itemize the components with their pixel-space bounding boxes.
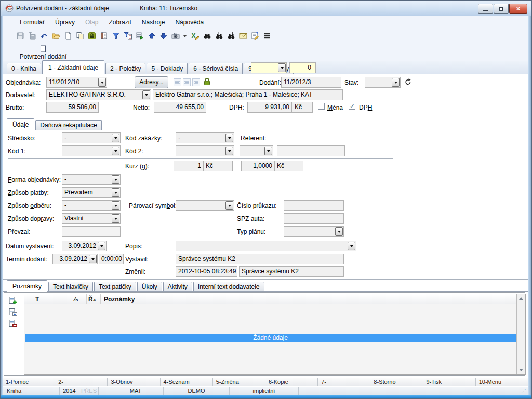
edit-note-icon[interactable] bbox=[251, 32, 259, 40]
find-previous-icon[interactable] bbox=[215, 32, 223, 40]
parovaci-symbol-combo[interactable] bbox=[176, 200, 234, 211]
column-header-fraction[interactable]: ⁄₃ bbox=[71, 294, 87, 304]
refresh-icon[interactable] bbox=[404, 78, 412, 88]
undo-icon[interactable] bbox=[40, 32, 48, 40]
tab-ukoly[interactable]: Úkoly bbox=[137, 282, 162, 291]
popis-combo[interactable] bbox=[176, 241, 356, 251]
excel-export-icon[interactable]: X bbox=[191, 32, 200, 40]
scroll-up-button[interactable] bbox=[517, 294, 525, 302]
fkey-7[interactable]: 7- bbox=[318, 378, 370, 386]
termin-dodani-field[interactable]: 3.09.2012 bbox=[52, 254, 98, 264]
menu-formular[interactable]: Formulář bbox=[15, 18, 49, 27]
column-header-t[interactable]: T bbox=[32, 294, 71, 304]
termin-dodani-dropdown[interactable] bbox=[89, 255, 97, 263]
open-folder-icon[interactable] bbox=[52, 32, 60, 40]
fkey-8[interactable]: 8-Storno bbox=[370, 378, 423, 386]
kod-zakazky-combo[interactable]: - bbox=[176, 132, 234, 143]
restore-button[interactable] bbox=[494, 4, 509, 14]
camera-dropdown-icon[interactable] bbox=[183, 32, 188, 40]
tab-danova-rekapitulace[interactable]: Daňová rekapitulace bbox=[35, 120, 101, 130]
tab-udaje[interactable]: Údaje bbox=[7, 118, 34, 130]
termin-dodani-time-field[interactable]: 0:00:00 bbox=[99, 254, 124, 264]
popis-dropdown[interactable] bbox=[348, 242, 355, 250]
notebook-icon[interactable] bbox=[100, 32, 108, 40]
menu-napoveda[interactable]: Nápověda bbox=[170, 18, 208, 27]
menu-nastroje[interactable]: Nástroje bbox=[137, 18, 170, 27]
tab-polozky[interactable]: 2 - Položky bbox=[105, 63, 145, 74]
find-next-icon[interactable] bbox=[227, 32, 235, 40]
tab-interni-text-dodavatele[interactable]: Interní text dodavatele bbox=[193, 282, 264, 291]
forma-objednavky-combo[interactable]: - bbox=[62, 174, 121, 185]
menu-upravy[interactable]: Úpravy bbox=[50, 18, 79, 27]
adresy-button[interactable]: Adresy... bbox=[135, 76, 168, 88]
referent-dropdown[interactable] bbox=[264, 147, 272, 155]
delete-note-icon[interactable] bbox=[8, 319, 17, 328]
mena-checkbox[interactable] bbox=[318, 103, 325, 110]
kod-zakazky-dropdown[interactable] bbox=[225, 134, 233, 142]
zpusob-platby-dropdown[interactable] bbox=[112, 188, 119, 197]
zpusob-dopravy-dropdown[interactable] bbox=[112, 214, 119, 223]
filter-document-icon[interactable] bbox=[124, 32, 132, 40]
kod2-combo[interactable] bbox=[176, 145, 234, 156]
menu-zobrazit[interactable]: Zobrazit bbox=[104, 18, 136, 27]
fkey-1[interactable]: 1-Pomoc bbox=[3, 378, 55, 386]
zpusob-odberu-combo[interactable]: - bbox=[62, 200, 121, 211]
menu-list-icon[interactable] bbox=[263, 32, 271, 40]
minimize-button[interactable] bbox=[478, 4, 493, 14]
fkey-2[interactable]: 2- bbox=[55, 378, 108, 386]
close-button[interactable]: × bbox=[509, 4, 527, 14]
camera-icon[interactable] bbox=[171, 32, 180, 40]
tab-text-paticky[interactable]: Text patičky bbox=[94, 282, 136, 291]
tab-poznamky[interactable]: Poznámky bbox=[7, 280, 47, 292]
zpusob-odberu-dropdown[interactable] bbox=[112, 201, 119, 210]
resize-grip[interactable]: ⋰ bbox=[521, 388, 526, 394]
datum-vystaveni-field[interactable]: 3.09.2012 bbox=[62, 241, 107, 251]
fkey-3[interactable]: 3-Obnov bbox=[108, 378, 160, 386]
new-document-icon[interactable] bbox=[64, 32, 72, 40]
kod1-dropdown[interactable] bbox=[112, 147, 119, 155]
fkey-5[interactable]: 5-Změna bbox=[213, 378, 265, 386]
send-stack-icon[interactable] bbox=[136, 32, 144, 40]
find-icon[interactable] bbox=[203, 32, 211, 40]
tab-doklady[interactable]: 5 - Doklady bbox=[147, 63, 188, 74]
fkey-6[interactable]: 6-Kopie bbox=[265, 378, 318, 386]
tab-aktivity[interactable]: Aktivity bbox=[163, 282, 192, 291]
notes-scrollbar[interactable] bbox=[516, 294, 525, 374]
dodavatel-combo[interactable]: ELEKTRO GATNAR S.R.O. bbox=[46, 89, 151, 100]
kurz-value-field[interactable]: 1 bbox=[174, 161, 204, 171]
datum-vystaveni-dropdown[interactable] bbox=[98, 242, 105, 250]
fkey-4[interactable]: 4-Seznam bbox=[161, 378, 213, 386]
move-down-icon[interactable] bbox=[159, 32, 168, 40]
currency-field[interactable]: Kč bbox=[292, 102, 313, 113]
tab-seriova-cisla[interactable]: 6 - Sériová čísla bbox=[189, 63, 243, 74]
fkey-9[interactable]: 9-Tisk bbox=[423, 378, 476, 386]
parovaci-symbol-dropdown[interactable] bbox=[225, 201, 233, 210]
tab-filter-combo-dropdown[interactable] bbox=[278, 63, 286, 72]
scroll-down-button[interactable] bbox=[517, 366, 525, 374]
spz-auta-field[interactable] bbox=[284, 213, 344, 224]
dph-checkbox[interactable] bbox=[349, 103, 355, 110]
move-up-icon[interactable] bbox=[148, 32, 156, 40]
column-header-blank[interactable] bbox=[24, 294, 32, 304]
objednavka-dropdown[interactable] bbox=[98, 78, 106, 87]
stredisko-combo[interactable]: - bbox=[62, 132, 121, 143]
netto-field[interactable]: 49 655,00 bbox=[154, 102, 206, 113]
dodavatel-dropdown[interactable] bbox=[142, 90, 150, 99]
stredisko-dropdown[interactable] bbox=[112, 134, 119, 142]
insert-note-icon[interactable] bbox=[8, 308, 17, 316]
stav-dropdown[interactable] bbox=[392, 78, 400, 87]
copy-icon[interactable] bbox=[76, 32, 84, 40]
stav-combo[interactable] bbox=[365, 77, 401, 88]
dodani-field[interactable]: 11/2012/3 bbox=[281, 77, 341, 88]
mail-icon[interactable] bbox=[239, 32, 247, 40]
typ-planu-dropdown[interactable] bbox=[335, 227, 343, 236]
column-header-r4[interactable]: Ř₄ bbox=[87, 294, 101, 304]
zpusob-dopravy-combo[interactable]: Vlastní bbox=[62, 213, 121, 224]
cislo-prukazu-field[interactable] bbox=[284, 200, 344, 211]
tab-text-hlavicky[interactable]: Text hlavičky bbox=[48, 282, 93, 291]
brutto-field[interactable]: 59 586,00 bbox=[46, 102, 99, 113]
column-header-poznamky[interactable]: Poznámky bbox=[101, 294, 516, 304]
potvrzeni-dodani-button[interactable]: Potvrzení dodání bbox=[14, 45, 72, 60]
add-note-icon[interactable] bbox=[8, 296, 17, 305]
referent-combo[interactable] bbox=[240, 145, 273, 156]
